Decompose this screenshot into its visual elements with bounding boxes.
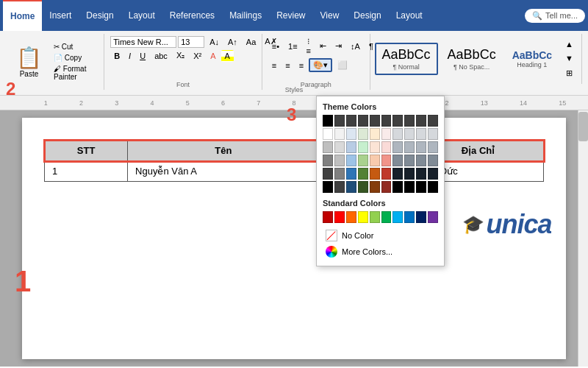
theme-color-swatch-0-5[interactable]: [381, 115, 392, 127]
theme-color-swatch-3-4[interactable]: [370, 155, 380, 166]
theme-color-swatch-0-0[interactable]: [323, 115, 333, 127]
theme-color-swatch-3-5[interactable]: [381, 155, 392, 166]
menu-layout[interactable]: Layout: [121, 0, 162, 31]
menu-view[interactable]: View: [313, 0, 347, 31]
theme-color-swatch-3-2[interactable]: [346, 155, 356, 166]
theme-color-swatch-0-7[interactable]: [404, 115, 415, 127]
theme-color-swatch-5-4[interactable]: [370, 181, 380, 193]
theme-color-swatch-5-5[interactable]: [381, 181, 392, 193]
style-nospace[interactable]: AaBbCc ¶ No Spac...: [441, 43, 503, 74]
format-painter-button[interactable]: 🖌 Format Painter: [51, 64, 99, 82]
decrease-indent-button[interactable]: ⇤: [316, 40, 330, 52]
font-color-button[interactable]: A: [207, 50, 219, 62]
theme-color-swatch-1-2[interactable]: [346, 128, 356, 140]
theme-color-swatch-2-0[interactable]: [323, 141, 333, 153]
style-normal[interactable]: AaBbCc ¶ Normal: [375, 43, 438, 75]
menu-review[interactable]: Review: [269, 0, 312, 31]
more-colors-button[interactable]: More Colors...: [323, 244, 438, 260]
align-left-button[interactable]: ≡: [268, 60, 280, 71]
increase-font-button[interactable]: A↑: [224, 36, 241, 48]
theme-color-swatch-2-9[interactable]: [428, 141, 438, 153]
theme-color-swatch-3-9[interactable]: [428, 155, 438, 166]
underline-button[interactable]: U: [136, 50, 149, 62]
theme-color-swatch-4-4[interactable]: [370, 168, 380, 180]
no-color-button[interactable]: No Color: [323, 227, 438, 244]
standard-color-swatch-5[interactable]: [381, 211, 392, 223]
standard-color-swatch-4[interactable]: [370, 211, 380, 223]
theme-color-swatch-4-0[interactable]: [323, 168, 333, 180]
theme-color-swatch-0-3[interactable]: [358, 115, 368, 127]
theme-color-swatch-0-4[interactable]: [370, 115, 380, 127]
styles-expand-button[interactable]: ⊞: [562, 67, 577, 79]
menu-mailings[interactable]: Mailings: [222, 0, 269, 31]
theme-color-swatch-2-3[interactable]: [358, 141, 368, 153]
menu-home[interactable]: Home: [3, 0, 42, 31]
theme-color-swatch-1-9[interactable]: [428, 128, 438, 140]
theme-color-swatch-2-4[interactable]: [370, 141, 380, 153]
bold-button[interactable]: B: [110, 50, 123, 62]
styles-up-button[interactable]: ▲: [562, 38, 577, 50]
multilevel-button[interactable]: ⁝≡: [303, 35, 315, 57]
theme-color-swatch-3-3[interactable]: [358, 155, 368, 166]
standard-color-swatch-3[interactable]: [358, 211, 368, 223]
theme-color-swatch-3-6[interactable]: [392, 155, 403, 166]
standard-color-swatch-6[interactable]: [392, 211, 403, 223]
standard-color-swatch-1[interactable]: [334, 211, 345, 223]
menu-design[interactable]: Design: [79, 0, 121, 31]
increase-indent-button[interactable]: ⇥: [331, 40, 345, 52]
theme-color-swatch-3-7[interactable]: [404, 155, 415, 166]
sort-button[interactable]: ↕A: [347, 40, 364, 52]
scrollbar[interactable]: [578, 110, 588, 367]
standard-color-swatch-0[interactable]: [323, 211, 333, 223]
align-right-button[interactable]: ≡: [295, 60, 307, 71]
menu-insert[interactable]: Insert: [42, 0, 79, 31]
scrollbar-thumb[interactable]: [578, 112, 588, 141]
font-name-input[interactable]: [110, 36, 176, 48]
theme-color-swatch-0-1[interactable]: [334, 115, 345, 127]
theme-color-swatch-4-8[interactable]: [416, 168, 426, 180]
copy-button[interactable]: 📄 Copy: [51, 53, 99, 63]
superscript-button[interactable]: X²: [190, 50, 205, 62]
theme-color-swatch-1-0[interactable]: [323, 128, 333, 140]
change-case-button[interactable]: Aa: [243, 36, 259, 48]
theme-color-swatch-1-3[interactable]: [358, 128, 368, 140]
tell-me-box[interactable]: 🔍 Tell me...: [525, 9, 585, 23]
theme-color-swatch-5-0[interactable]: [323, 181, 333, 193]
theme-color-swatch-1-1[interactable]: [334, 128, 345, 140]
theme-color-swatch-0-8[interactable]: [416, 115, 426, 127]
theme-color-swatch-1-4[interactable]: [370, 128, 380, 140]
shading-button[interactable]: 🎨▾: [309, 58, 332, 72]
theme-color-swatch-0-2[interactable]: [346, 115, 356, 127]
table-header-row[interactable]: STT Tên Lớp Địa Chỉ: [45, 141, 544, 161]
theme-color-swatch-2-7[interactable]: [404, 141, 415, 153]
theme-color-swatch-5-1[interactable]: [334, 181, 345, 193]
standard-color-swatch-9[interactable]: [428, 211, 438, 223]
theme-color-swatch-5-8[interactable]: [416, 181, 426, 193]
theme-color-swatch-4-5[interactable]: [381, 168, 392, 180]
theme-color-swatch-3-1[interactable]: [334, 155, 345, 166]
border-button[interactable]: ⬜: [334, 59, 351, 71]
theme-color-swatch-1-5[interactable]: [381, 128, 392, 140]
cut-button[interactable]: ✂ Cut: [51, 42, 99, 52]
theme-color-swatch-2-5[interactable]: [381, 141, 392, 153]
decrease-font-button[interactable]: A↓: [206, 36, 223, 48]
theme-color-swatch-4-3[interactable]: [358, 168, 368, 180]
theme-color-swatch-5-7[interactable]: [404, 181, 415, 193]
align-center-button[interactable]: ≡: [282, 60, 293, 71]
theme-color-swatch-5-3[interactable]: [358, 181, 368, 193]
theme-color-swatch-5-9[interactable]: [428, 181, 438, 193]
table-row[interactable]: 1 Nguyễn Văn A 11B1 Thủ Đức: [45, 161, 544, 182]
theme-color-swatch-2-6[interactable]: [392, 141, 403, 153]
standard-color-swatch-8[interactable]: [416, 211, 426, 223]
theme-color-swatch-4-6[interactable]: [392, 168, 403, 180]
standard-color-swatch-7[interactable]: [404, 211, 415, 223]
theme-color-swatch-3-0[interactable]: [323, 155, 333, 166]
theme-color-swatch-1-8[interactable]: [416, 128, 426, 140]
font-size-input[interactable]: [178, 36, 204, 48]
styles-down-button[interactable]: ▼: [562, 52, 577, 64]
theme-color-swatch-1-7[interactable]: [404, 128, 415, 140]
theme-color-swatch-4-9[interactable]: [428, 168, 438, 180]
theme-color-swatch-2-8[interactable]: [416, 141, 426, 153]
theme-color-swatch-4-7[interactable]: [404, 168, 415, 180]
menu-references[interactable]: References: [162, 0, 222, 31]
